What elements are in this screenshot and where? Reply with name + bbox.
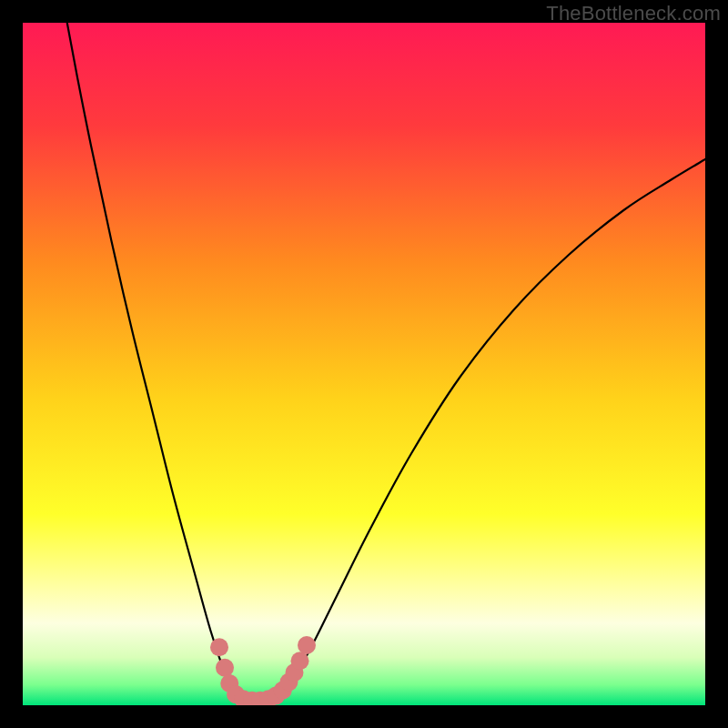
highlight-dot bbox=[216, 659, 234, 677]
chart-background bbox=[23, 23, 705, 705]
chart-frame: TheBottleneck.com bbox=[0, 0, 728, 728]
chart-svg bbox=[23, 23, 705, 705]
highlight-dot bbox=[291, 652, 309, 670]
highlight-dot bbox=[210, 638, 228, 656]
plot-area bbox=[23, 23, 705, 705]
highlight-dot bbox=[298, 636, 316, 654]
